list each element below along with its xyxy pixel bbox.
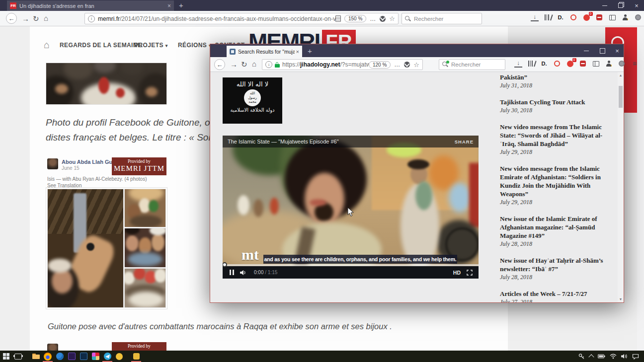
provided-by-banner-2: Provided by	[112, 342, 166, 351]
info-icon[interactable]: i	[265, 61, 272, 68]
fg-tab-close-icon[interactable]: ×	[296, 49, 299, 55]
smiley-app-button[interactable]	[113, 351, 125, 362]
article-link[interactable]: New issue of Hayʾat Taḥrīr al-Shām’s new…	[500, 256, 615, 273]
fg-new-tab-button[interactable]: +	[308, 46, 312, 56]
video-frame	[223, 136, 479, 266]
extension-d-icon[interactable]: D.	[557, 13, 564, 21]
bookmark-star-icon[interactable]: ☆	[389, 15, 395, 22]
account-person-icon[interactable]	[605, 60, 613, 68]
bookmark-star-icon[interactable]: ☆	[413, 61, 419, 69]
media-app-icon	[92, 353, 99, 360]
fg-zoom-indicator[interactable]: 120 %	[369, 61, 391, 69]
article-link[interactable]: Tajikistan Cycling Tour Attack	[500, 98, 615, 106]
file-explorer-button[interactable]	[30, 351, 42, 362]
extension-blocker-icon[interactable]	[595, 13, 603, 21]
fg-maximize-button[interactable]	[595, 46, 610, 56]
fg-forward-button[interactable]: →	[230, 61, 238, 68]
pause-button[interactable]	[230, 270, 234, 275]
fg-page-scrollbar[interactable]: ▲ ▼	[618, 72, 624, 302]
pocket-icon[interactable]	[404, 62, 410, 68]
telegram-button[interactable]	[101, 351, 113, 362]
downloads-icon[interactable]: ↓	[514, 60, 522, 68]
sidebar-toggle-icon[interactable]	[592, 60, 600, 68]
task-view-icon	[14, 354, 22, 360]
memri-nav-regards[interactable]: REGARDS DE LA SEMAINE	[60, 42, 142, 49]
video-share-button[interactable]: SHARE	[455, 139, 474, 145]
firefox-button[interactable]	[42, 351, 54, 362]
article-link[interactable]: New video message from The Islamic State…	[500, 123, 615, 148]
bg-minimize-button[interactable]	[597, 0, 612, 10]
article-link[interactable]: Articles of the Week – 7/21-7/27	[500, 290, 615, 298]
fg-menu-button[interactable]: ≡	[631, 60, 639, 68]
bg-url-bar[interactable]: i memri.fr /2014/07/21/un-djihadiste-sad…	[84, 13, 399, 24]
premiere-button[interactable]	[66, 351, 78, 362]
yellow-app-icon	[133, 353, 140, 360]
credentials-key-icon[interactable]	[578, 353, 585, 360]
fg-url-bar[interactable]: i https://jihadology.net/?s=mujatweet 12…	[262, 59, 423, 70]
fg-close-button[interactable]: ×	[610, 46, 625, 56]
bg-tab-close-icon[interactable]: ×	[167, 2, 171, 9]
fullscreen-icon[interactable]	[467, 270, 473, 276]
tray-expand-icon[interactable]	[588, 354, 594, 360]
page-actions-icon[interactable]: …	[394, 61, 401, 68]
library-icon[interactable]	[544, 13, 552, 21]
reader-mode-icon[interactable]	[335, 15, 341, 22]
search-icon	[405, 16, 411, 22]
bg-forward-button[interactable]: →	[22, 15, 29, 22]
bg-close-button[interactable]: ×	[629, 0, 644, 10]
fg-home-button[interactable]: ⌂	[252, 60, 256, 68]
photoshop-button[interactable]	[78, 351, 89, 362]
bg-back-button[interactable]: ←	[6, 13, 17, 24]
extension-adblock-icon[interactable]: 0	[582, 13, 590, 21]
article-link[interactable]: New issue of the Islamic Emirate of Afgh…	[500, 215, 615, 240]
hd-button[interactable]: HD	[453, 270, 461, 276]
article-link[interactable]: Pakistān”	[500, 73, 615, 81]
action-center-icon[interactable]	[632, 354, 639, 360]
article-link[interactable]: New video message from the Islamic Emira…	[500, 164, 615, 198]
flag-bottom-text: دولة الخلافة الاسلامية	[223, 107, 282, 113]
task-view-button[interactable]	[12, 351, 24, 362]
media-app-button[interactable]	[89, 351, 101, 362]
fg-back-button[interactable]: ←	[214, 59, 225, 70]
battery-icon[interactable]	[598, 354, 605, 359]
memri-nav-projets[interactable]: PROJETS▾	[134, 42, 168, 49]
page-actions-icon[interactable]: …	[370, 15, 376, 22]
extension-circle-icon[interactable]	[634, 13, 642, 21]
library-icon[interactable]	[527, 60, 535, 68]
scroll-up-icon[interactable]: ▲	[618, 73, 624, 77]
downloads-icon[interactable]: ↓	[531, 14, 539, 21]
fg-search-input[interactable]: Rechercher	[439, 59, 505, 70]
volume-icon[interactable]	[240, 270, 247, 276]
bg-home-button[interactable]: ⌂	[44, 14, 48, 22]
sidebar-toggle-icon[interactable]	[608, 13, 616, 21]
fg-scrollbar-thumb[interactable]	[619, 86, 623, 108]
blue-app-button[interactable]	[54, 351, 66, 362]
extension-o-icon[interactable]	[553, 60, 561, 68]
start-button[interactable]	[0, 351, 12, 362]
scroll-down-icon[interactable]: ▼	[618, 297, 624, 301]
wifi-icon[interactable]	[610, 354, 617, 359]
bg-zoom-indicator[interactable]: 150 %	[344, 15, 366, 22]
extension-adblock-icon[interactable]: 0	[566, 60, 574, 68]
bg-search-input[interactable]: Rechercher	[402, 13, 482, 24]
extension-d-icon[interactable]: D.	[540, 60, 548, 68]
fg-tab-jihadology[interactable]: Search Results for "mujatweet" ×	[227, 46, 302, 57]
bg-new-tab-button[interactable]: +	[179, 0, 183, 10]
extension-circle-icon[interactable]	[618, 60, 626, 68]
account-person-icon[interactable]	[621, 13, 629, 21]
extension-o-icon[interactable]	[569, 13, 577, 21]
system-tray	[578, 353, 639, 360]
bg-restore-button[interactable]	[613, 0, 628, 10]
extension-blocker-icon[interactable]	[579, 60, 587, 68]
bg-reload-button[interactable]: ↻	[33, 15, 39, 22]
pocket-icon[interactable]	[380, 16, 386, 22]
fg-reload-button[interactable]: ↻	[241, 61, 247, 68]
memri-nav-regions[interactable]: RÉGIONS▾	[178, 42, 211, 49]
info-icon[interactable]: i	[88, 15, 95, 22]
fg-titlebar[interactable]: Search Results for "mujatweet" × + ×	[210, 44, 624, 57]
volume-tray-icon[interactable]	[621, 354, 628, 359]
bg-tab-memri[interactable]: FR Un djihadiste s'adresse en fran ×	[7, 0, 174, 11]
fg-minimize-button[interactable]	[579, 46, 594, 56]
yellow-app-button[interactable]	[130, 351, 142, 362]
memri-home-icon[interactable]: ⌂	[44, 40, 50, 50]
